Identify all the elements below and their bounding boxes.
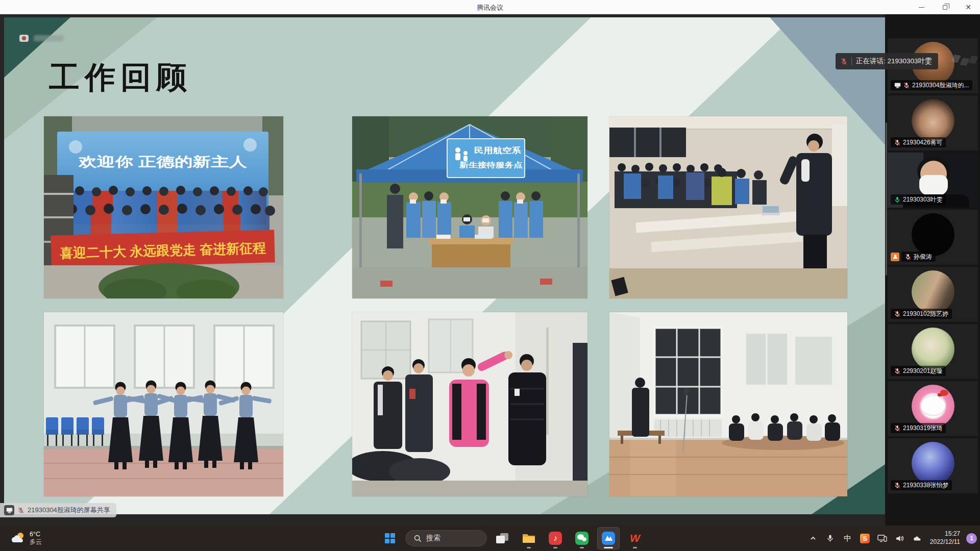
mic-muted-icon [905, 254, 911, 260]
participant-name-chip: 孙俊涛 [901, 252, 936, 262]
minimize-button[interactable] [910, 0, 933, 14]
notification-badge[interactable]: 1 [966, 533, 977, 544]
mic-muted-icon [894, 139, 900, 146]
speaking-label: 正在讲话: 21930303叶雯 [856, 57, 932, 66]
participant-tile[interactable]: 22930201赵璇 [888, 324, 978, 379]
system-tray: 中 S [805, 525, 977, 551]
search-label: 搜索 [426, 534, 440, 543]
tray-cloud-button[interactable] [910, 529, 925, 548]
participant-tile[interactable]: 21930426蒋可 [888, 95, 978, 151]
wps-office-button[interactable]: W [624, 527, 646, 549]
photo3-illustration [609, 116, 847, 298]
share-label-text: 21930304殷淑琦的屏幕共享 [28, 506, 110, 515]
participant-tile[interactable]: 21930338张怡梦 [888, 438, 978, 493]
clock-time: 15:27 [945, 530, 960, 538]
wps-office-icon: W [628, 532, 642, 545]
slide-photo-classroom [609, 116, 847, 298]
muted-mic-icon [18, 507, 24, 514]
avatar [912, 213, 954, 256]
search-box[interactable]: 搜索 [405, 530, 487, 546]
slide-photo-reception-tent: 民用航空系 新生接待服务点 [352, 116, 587, 298]
weather-cloudy-icon [10, 532, 26, 545]
photo1-illustration: 欢迎你 正德的新主人 [44, 116, 283, 298]
running-indicator [527, 547, 531, 548]
participant-tile[interactable]: 21930102陈艺婷 [888, 267, 978, 322]
close-button[interactable]: ✕ [957, 0, 980, 14]
tray-volume-button[interactable] [892, 529, 908, 548]
window-title: 腾讯会议 [0, 3, 980, 12]
restore-icon [943, 5, 947, 10]
participant-tile[interactable]: 21930319张琦 [888, 381, 978, 436]
weather-temp: 6°C [30, 531, 42, 539]
active-running-indicator [604, 547, 613, 548]
avatar [912, 99, 954, 142]
speaking-mic-icon [841, 58, 847, 65]
shared-screen-slide: 工作回顾 [4, 17, 885, 514]
ime-label: 中 [844, 534, 851, 543]
mic-muted-icon [894, 311, 900, 317]
photo2-illustration: 民用航空系 新生接待服务点 [352, 116, 587, 298]
mic-muted-icon [894, 482, 900, 489]
speaking-indicator: 正在讲话: 21930303叶雯 [836, 53, 938, 69]
participant-name: 21930304殷淑琦的... [912, 81, 969, 90]
participant-tile[interactable]: 孙俊涛 [888, 210, 978, 265]
weather-condition: 多云 [30, 538, 42, 546]
taskbar-center: 搜索 ♪ [379, 527, 646, 549]
mic-muted-icon [894, 425, 900, 432]
restore-button[interactable] [933, 0, 957, 14]
running-indicator [580, 547, 584, 548]
screenshare-monitor-icon [4, 505, 14, 515]
slide-watermark [19, 35, 63, 42]
windows-logo-icon [384, 532, 396, 544]
photo1-backdrop-text: 欢迎你 正德的新主人 [78, 154, 248, 169]
participant-name-chip: 21930426蒋可 [891, 137, 946, 147]
tray-mic-button[interactable] [823, 529, 838, 548]
participant-name-chip: 21930304殷淑琦的... [891, 80, 972, 90]
participant-name: 21930303叶雯 [903, 195, 942, 204]
wechat-button[interactable] [571, 527, 593, 549]
avatar-hello-kitty [912, 385, 954, 428]
running-indicator [633, 547, 637, 548]
task-view-icon [496, 533, 508, 543]
task-view-button[interactable] [491, 527, 513, 549]
photo6-illustration [609, 312, 847, 496]
tencent-meeting-button[interactable] [597, 527, 620, 549]
search-icon [414, 535, 422, 542]
tencent-meeting-icon [602, 532, 615, 545]
microphone-icon [827, 534, 834, 542]
display-cast-icon [877, 535, 887, 542]
mic-muted-icon [903, 82, 910, 89]
windows-taskbar: 6°C 多云 搜索 [0, 525, 980, 551]
photo2-sign-line1: 民用航空系 [474, 146, 521, 155]
meeting-content: 工作回顾 [0, 14, 980, 525]
taskbar-clock[interactable]: 15:27 2022/12/11 [927, 530, 963, 546]
participant-name-chip: 21930102陈艺婷 [891, 309, 952, 319]
netease-music-button[interactable]: ♪ [544, 527, 567, 549]
window-titlebar: 腾讯会议 ✕ [0, 0, 980, 14]
sidebar-scrollbar[interactable] [886, 122, 887, 276]
ime-language-button[interactable]: 中 [840, 529, 855, 548]
host-badge-icon [891, 253, 899, 261]
participant-name: 21930426蒋可 [903, 138, 942, 147]
slide-photo-rehearsal-room [609, 312, 847, 496]
tray-display-button[interactable] [875, 529, 890, 548]
participant-name: 21930102陈艺婷 [903, 310, 948, 318]
clock-date: 2022/12/11 [930, 538, 960, 546]
watermark-blur [34, 35, 63, 41]
tray-overflow-button[interactable] [805, 529, 821, 548]
recording-dot-icon [19, 35, 29, 42]
speaker-icon [895, 535, 904, 542]
logo-watermark-shapes [952, 55, 977, 65]
chevron-up-icon [810, 536, 816, 541]
sogou-input-button[interactable]: S [857, 529, 873, 548]
participant-name-chip: 21930338张怡梦 [891, 480, 952, 490]
participant-name: 22930201赵璇 [903, 367, 942, 375]
photo5-illustration [352, 312, 587, 496]
start-button[interactable] [379, 527, 401, 549]
participant-tile-speaking[interactable]: 21930303叶雯 [888, 153, 978, 208]
participant-name-chip: 21930319张琦 [891, 423, 946, 433]
weather-widget[interactable]: 6°C 多云 [6, 528, 46, 549]
screenshare-icon [894, 83, 901, 88]
chip-divider [851, 57, 852, 65]
file-explorer-button[interactable] [518, 527, 540, 549]
